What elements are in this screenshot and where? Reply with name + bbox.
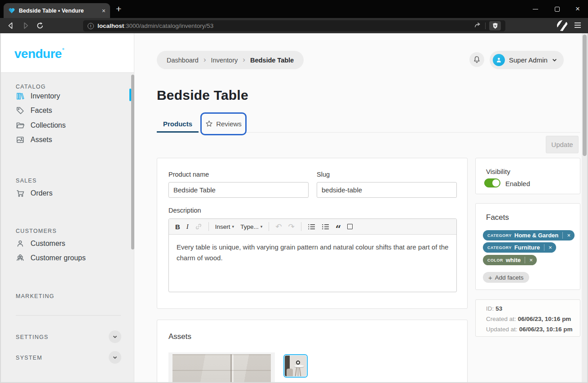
window-close-icon[interactable]: × — [569, 0, 587, 18]
insert-dropdown[interactable]: Insert▾ — [215, 223, 234, 230]
facets-heading: Facets — [486, 213, 509, 222]
entity-meta-card: ID:53 Created at:06/06/23, 10:16 pm Upda… — [475, 299, 580, 337]
settings-expand-button[interactable] — [109, 330, 121, 343]
redo-icon[interactable]: ↷ — [288, 222, 294, 231]
reload-icon[interactable] — [35, 21, 45, 31]
sidebar: vendure CATALOG Inventory Facets — [1, 33, 134, 383]
breadcrumb-item-dashboard[interactable]: Dashboard — [167, 57, 199, 64]
bullet-list-icon[interactable] — [308, 223, 315, 230]
url-bar[interactable]: ! localhost:3000/admin/catalog/inventory… — [83, 20, 505, 31]
share-icon[interactable] — [473, 21, 482, 31]
browser-titlebar: Bedside Table • Vendure × + × — [0, 0, 588, 18]
sidebar-item-inventory[interactable]: Inventory — [16, 90, 60, 102]
sidebar-item-assets[interactable]: Assets — [16, 134, 52, 146]
forward-icon[interactable] — [21, 21, 31, 31]
tab-close-icon[interactable]: × — [102, 8, 106, 14]
back-icon[interactable] — [6, 21, 16, 31]
section-header-customers: CUSTOMERS — [16, 228, 57, 234]
remove-facet-icon[interactable]: × — [544, 244, 556, 251]
breadcrumb-item-inventory[interactable]: Inventory — [211, 57, 238, 64]
tab-reviews[interactable]: Reviews — [200, 112, 247, 135]
brave-shield-icon[interactable] — [489, 21, 501, 31]
visibility-card: Visibility Enabled — [475, 158, 580, 194]
sidebar-item-label: Collections — [31, 121, 66, 129]
slug-input[interactable] — [317, 182, 457, 198]
browser-menu-icon[interactable] — [575, 22, 581, 28]
browser-tab[interactable]: Bedside Table • Vendure × — [4, 3, 110, 18]
folder-icon — [16, 121, 25, 130]
asset-thumbnail-selected[interactable] — [283, 354, 308, 378]
blockquote-icon[interactable]: “ — [336, 227, 341, 231]
bell-icon — [473, 56, 481, 63]
sidebar-item-label: Assets — [31, 136, 52, 144]
remove-facet-icon[interactable]: × — [563, 232, 575, 239]
breadcrumb-separator-icon: › — [203, 56, 206, 63]
browser-profile-avatar[interactable] — [557, 20, 568, 31]
breadcrumb: Dashboard › Inventory › Bedside Table — [157, 51, 304, 69]
star-icon — [205, 120, 213, 128]
browser-window: Bedside Table • Vendure × + × ! localhos… — [0, 0, 588, 383]
ordered-list-icon[interactable] — [322, 223, 329, 230]
users-icon — [16, 254, 25, 263]
type-dropdown[interactable]: Type...▾ — [240, 223, 262, 230]
sidebar-item-label: Facets — [31, 107, 52, 115]
description-label: Description — [168, 207, 201, 214]
site-info-icon[interactable]: ! — [88, 23, 94, 29]
new-tab-icon[interactable]: + — [116, 4, 121, 14]
sidebar-scrollbar-thumb[interactable] — [131, 75, 134, 249]
visibility-heading: Visibility — [486, 168, 510, 175]
vendure-admin-app: vendure CATALOG Inventory Facets — [0, 33, 588, 383]
undo-icon[interactable]: ↶ — [275, 222, 282, 231]
page-scrollbar-thumb[interactable] — [583, 35, 587, 156]
asset-preview[interactable] — [168, 352, 275, 383]
library-icon — [16, 92, 25, 101]
tab-reviews-label: Reviews — [216, 120, 242, 128]
section-header-sales: SALES — [16, 178, 37, 184]
page-title: Bedside Table — [157, 88, 248, 103]
sidebar-item-orders[interactable]: Orders — [16, 187, 53, 200]
facets-card: Facets CATEGORY Home & Garden × CATEGORY… — [475, 203, 580, 290]
meta-updated-row: Updated at:06/06/23, 10:16 pm — [486, 326, 572, 333]
remove-facet-icon[interactable]: × — [525, 257, 537, 263]
visibility-toggle[interactable] — [484, 178, 500, 187]
assets-heading: Assets — [168, 332, 191, 341]
meta-created-row: Created at:06/06/23, 10:16 pm — [486, 316, 571, 322]
update-button[interactable]: Update — [546, 136, 579, 153]
sidebar-item-facets[interactable]: Facets — [16, 104, 52, 117]
sidebar-item-collections[interactable]: Collections — [16, 119, 66, 132]
section-header-system: SYSTEM — [16, 355, 42, 361]
sidebar-nav: CATALOG Inventory Facets — [1, 72, 134, 383]
user-menu[interactable]: Super Admin — [490, 51, 564, 69]
window-minimize-icon[interactable] — [526, 0, 544, 18]
product-detail-card: Product name Slug Description B I Insert… — [157, 158, 468, 309]
sidebar-divider — [16, 315, 121, 316]
description-editor-content[interactable]: Every table is unique, with varying grai… — [169, 235, 456, 271]
add-facets-label: Add facets — [495, 274, 524, 281]
toolbar-divider — [485, 22, 486, 29]
facet-group-label: CATEGORY — [487, 245, 512, 250]
section-header-settings: SETTINGS — [16, 334, 49, 340]
system-expand-button[interactable] — [109, 351, 121, 364]
italic-button[interactable]: I — [186, 223, 189, 231]
sidebar-item-customer-groups[interactable]: Customer groups — [16, 252, 86, 264]
vendure-favicon-icon — [8, 7, 15, 14]
url-path: :3000/admin/catalog/inventory/53 — [124, 22, 213, 29]
vendure-logo[interactable]: vendure — [14, 47, 64, 61]
horizontal-rule-icon[interactable] — [347, 224, 353, 229]
tab-products[interactable]: Products — [157, 115, 199, 133]
link-icon[interactable] — [195, 223, 202, 230]
product-name-input[interactable] — [168, 182, 309, 198]
asset-preview-image — [172, 354, 271, 383]
notifications-button[interactable] — [469, 52, 484, 67]
bold-button[interactable]: B — [175, 223, 180, 231]
plus-icon: + — [488, 274, 492, 281]
add-facets-button[interactable]: + Add facets — [483, 272, 529, 283]
asset-thumbnail-image — [285, 356, 306, 376]
registered-mark-icon — [62, 48, 64, 50]
facet-chip: COLOR white × — [483, 255, 537, 265]
sidebar-item-customers[interactable]: Customers — [16, 237, 65, 250]
chevron-down-icon — [112, 334, 118, 339]
window-maximize-icon[interactable] — [548, 0, 566, 18]
sidebar-item-label: Inventory — [31, 92, 60, 100]
slug-label: Slug — [317, 171, 330, 178]
